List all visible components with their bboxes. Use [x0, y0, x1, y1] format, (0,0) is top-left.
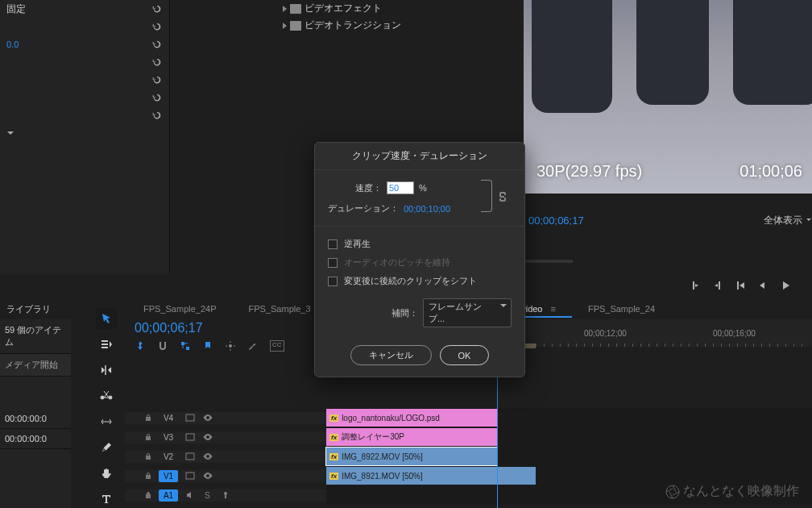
eye-icon[interactable] [202, 431, 213, 443]
track-header[interactable]: V3 [125, 431, 326, 443]
item-count: 59 個のアイテム [0, 319, 71, 354]
reset-icon[interactable] [151, 39, 163, 50]
eye-icon[interactable] [202, 451, 213, 462]
track-clip-area[interactable]: fxIMG_8922.MOV [50%] [326, 447, 812, 466]
wrench-icon[interactable] [247, 340, 259, 352]
go-to-in-icon[interactable] [735, 280, 746, 291]
clip-label: IMG_8922.MOV [50%] [342, 452, 423, 461]
checkbox-icon[interactable] [328, 277, 338, 286]
column-header-media-start[interactable]: メディア開始 [0, 354, 71, 377]
track-clip-area[interactable]: fxlogo_nantonaku/LOGO.psd [326, 408, 812, 427]
reset-icon[interactable] [151, 56, 163, 68]
play-icon[interactable] [780, 280, 791, 291]
interpolation-select[interactable]: フレームサンプ... [423, 298, 512, 327]
folder-icon [290, 21, 301, 31]
voiceover-icon[interactable] [220, 489, 231, 501]
folder-label: ビデオトランジション [304, 19, 401, 32]
reset-icon[interactable] [151, 3, 163, 15]
folder-video-transitions[interactable]: ビデオトランジション [170, 17, 524, 34]
lock-icon[interactable] [144, 472, 152, 480]
duration-label: デュレーション： [328, 202, 399, 214]
svg-rect-0 [181, 342, 184, 345]
solo-icon[interactable]: S [202, 489, 213, 501]
disclosure-triangle-icon[interactable] [283, 6, 287, 12]
toggle-output-icon[interactable] [184, 451, 196, 462]
eye-icon[interactable] [202, 412, 213, 423]
timeline-clip[interactable]: fxlogo_nantonaku/LOGO.psd [326, 409, 497, 427]
svg-rect-9 [225, 495, 226, 498]
lock-icon[interactable] [144, 433, 152, 441]
track-header[interactable]: V4 [125, 412, 326, 424]
sequence-tab[interactable]: FPS_Sample_24 [572, 300, 671, 319]
snap-icon[interactable] [135, 340, 146, 352]
track-header[interactable]: V2 [125, 451, 326, 463]
project-panel: 59 個のアイテム メディア開始 00:00:00:0 00:00:00:0 [0, 319, 71, 508]
toggle-output-icon[interactable] [184, 431, 196, 443]
sequence-tab[interactable]: FPS_Sample_3 [233, 300, 327, 319]
reverse-checkbox-row[interactable]: 逆再生 [328, 235, 512, 253]
mark-out-icon[interactable] [712, 280, 723, 291]
track-header[interactable]: A1 S [125, 489, 326, 502]
toggle-output-icon[interactable] [184, 412, 196, 423]
timeline-clip[interactable]: fxIMG_8922.MOV [50%] [326, 448, 497, 465]
cc-icon[interactable]: CC [270, 340, 284, 352]
step-back-icon[interactable] [757, 280, 768, 291]
display-mode-select[interactable]: 全体表示 [764, 214, 812, 227]
duration-value[interactable]: 00;00;10;00 [404, 204, 450, 214]
pen-tool[interactable] [96, 437, 117, 458]
ripple-checkbox-row[interactable]: 変更後に後続のクリップをシフト [328, 272, 512, 290]
lock-icon[interactable] [144, 491, 152, 499]
track-select-tool[interactable] [96, 334, 117, 355]
timeline-clip[interactable]: fx調整レイヤー30P [326, 428, 497, 446]
param-value[interactable]: 0.0 [6, 40, 19, 49]
speed-label: 速度： [355, 182, 382, 194]
track-clip-area[interactable]: fx調整レイヤー30P [326, 427, 812, 447]
marker-icon[interactable] [202, 340, 213, 352]
linked-selection-icon[interactable] [180, 340, 191, 352]
slip-tool[interactable] [96, 411, 117, 432]
hand-tool[interactable] [96, 463, 117, 484]
tab-menu-icon[interactable]: ≡ [550, 304, 555, 314]
timeline-clip[interactable]: fxIMG_8921.MOV [50%] [326, 467, 536, 485]
track-label[interactable]: V4 [159, 412, 178, 424]
library-tab[interactable]: ライブラリ [0, 303, 71, 315]
timeline-timecode[interactable]: 00;00;06;17 [125, 319, 326, 337]
chevron-down-icon[interactable] [6, 129, 14, 137]
track-label[interactable]: V1 [159, 470, 178, 482]
fps-overlay: 30P(29.97 fps) [536, 162, 642, 181]
reset-icon[interactable] [151, 74, 163, 85]
eye-icon[interactable] [202, 470, 213, 481]
lock-icon[interactable] [144, 414, 152, 422]
mark-in-icon[interactable] [690, 280, 701, 291]
settings-icon[interactable] [225, 340, 236, 352]
maintain-pitch-label: オーディオのピッチを維持 [344, 256, 450, 269]
folder-video-effects[interactable]: ビデオエフェクト [170, 0, 524, 17]
cancel-button[interactable]: キャンセル [350, 345, 432, 365]
selection-tool[interactable] [96, 308, 117, 329]
type-tool[interactable] [96, 489, 117, 508]
video-track-row: V4 fxlogo_nantonaku/LOGO.psd [125, 408, 812, 427]
lock-icon[interactable] [144, 452, 152, 460]
track-label[interactable]: V2 [159, 451, 178, 463]
ripple-edit-tool[interactable] [96, 360, 117, 381]
sequence-tab[interactable]: FPS_Sample_24P [127, 300, 233, 319]
reset-icon[interactable] [151, 92, 163, 103]
mute-icon[interactable] [184, 489, 196, 501]
link-icon[interactable] [499, 191, 507, 202]
checkbox-icon[interactable] [328, 239, 338, 249]
reset-icon[interactable] [151, 110, 163, 121]
track-header[interactable]: V1 [125, 470, 326, 482]
reset-icon[interactable] [151, 21, 163, 32]
toggle-output-icon[interactable] [184, 470, 196, 481]
ok-button[interactable]: OK [440, 345, 490, 365]
timeline-header: 00;00;06;17 CC [125, 319, 326, 360]
razor-tool[interactable] [96, 385, 117, 406]
disclosure-triangle-icon[interactable] [283, 23, 287, 29]
speed-input[interactable] [387, 181, 414, 194]
playback-timecode[interactable]: 00;00;06;17 [528, 214, 584, 227]
track-label[interactable]: V3 [159, 431, 178, 443]
svg-rect-4 [186, 434, 194, 440]
watermark: なんとなく映像制作 [665, 483, 799, 500]
track-label[interactable]: A1 [159, 489, 178, 502]
magnet-icon[interactable] [157, 340, 168, 352]
